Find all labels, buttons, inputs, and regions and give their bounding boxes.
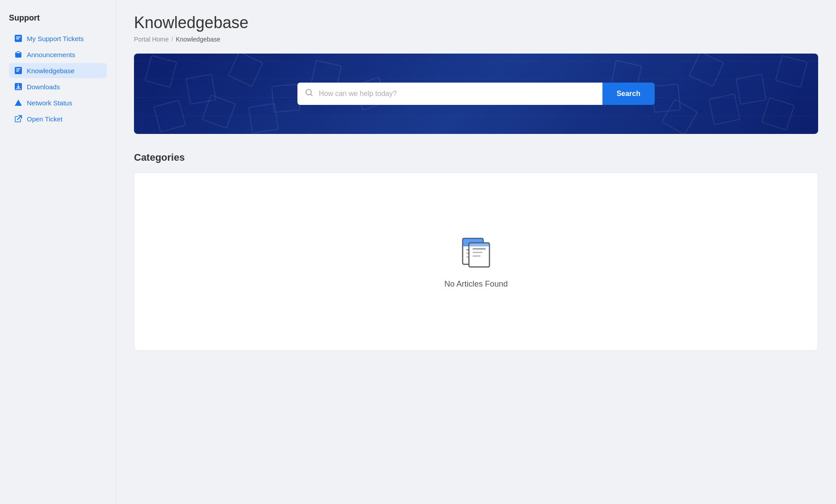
hero-banner: Search	[134, 54, 818, 134]
search-icon	[305, 88, 314, 100]
svg-rect-12	[469, 243, 489, 267]
sidebar: Support My Support Tickets Announcements	[0, 0, 116, 504]
ticket-icon	[14, 34, 22, 42]
sidebar-item-open-ticket[interactable]: Open Ticket	[9, 111, 107, 126]
categories-card: No Articles Found	[134, 172, 818, 351]
search-button[interactable]: Search	[602, 83, 655, 105]
svg-rect-14	[472, 252, 482, 253]
svg-rect-13	[472, 248, 486, 250]
sidebar-item-announcements[interactable]: Announcements	[9, 47, 107, 62]
sidebar-item-knowledgebase-label: Knowledgebase	[27, 67, 75, 75]
announcement-icon	[14, 50, 22, 58]
breadcrumb: Portal Home / Knowledgebase	[134, 36, 818, 43]
main-content: Knowledgebase Portal Home / Knowledgebas…	[116, 0, 836, 504]
svg-rect-2	[16, 38, 19, 39]
sidebar-item-network-label: Network Status	[27, 99, 72, 107]
download-icon	[14, 83, 22, 91]
search-input[interactable]	[297, 83, 602, 105]
knowledgebase-icon	[14, 67, 22, 75]
sidebar-item-downloads-label: Downloads	[27, 83, 60, 91]
no-articles-container: No Articles Found	[444, 235, 508, 289]
sidebar-item-announcements-label: Announcements	[27, 51, 75, 58]
search-input-wrapper	[297, 83, 602, 105]
categories-section: Categories	[134, 152, 818, 351]
network-icon	[14, 99, 22, 107]
svg-rect-15	[472, 255, 481, 257]
sidebar-item-downloads[interactable]: Downloads	[9, 79, 107, 94]
svg-point-6	[306, 90, 311, 95]
sidebar-item-network[interactable]: Network Status	[9, 95, 107, 110]
categories-title: Categories	[134, 152, 818, 163]
svg-rect-1	[16, 37, 21, 37]
breadcrumb-current: Knowledgebase	[176, 36, 221, 43]
open-ticket-icon	[14, 115, 22, 123]
sidebar-item-open-ticket-label: Open Ticket	[27, 115, 63, 123]
page-title: Knowledgebase	[134, 13, 818, 32]
svg-marker-5	[15, 100, 22, 106]
svg-rect-3	[15, 67, 22, 74]
no-articles-text: No Articles Found	[444, 279, 508, 289]
sidebar-item-tickets-label: My Support Tickets	[27, 35, 84, 42]
breadcrumb-separator: /	[171, 36, 173, 43]
sidebar-section-title: Support	[9, 13, 107, 23]
sidebar-item-knowledgebase[interactable]: Knowledgebase	[9, 63, 107, 78]
breadcrumb-parent[interactable]: Portal Home	[134, 36, 169, 43]
sidebar-item-tickets[interactable]: My Support Tickets	[9, 31, 107, 46]
no-articles-icon	[458, 235, 494, 271]
search-container: Search	[297, 83, 655, 105]
svg-rect-16	[469, 243, 489, 246]
